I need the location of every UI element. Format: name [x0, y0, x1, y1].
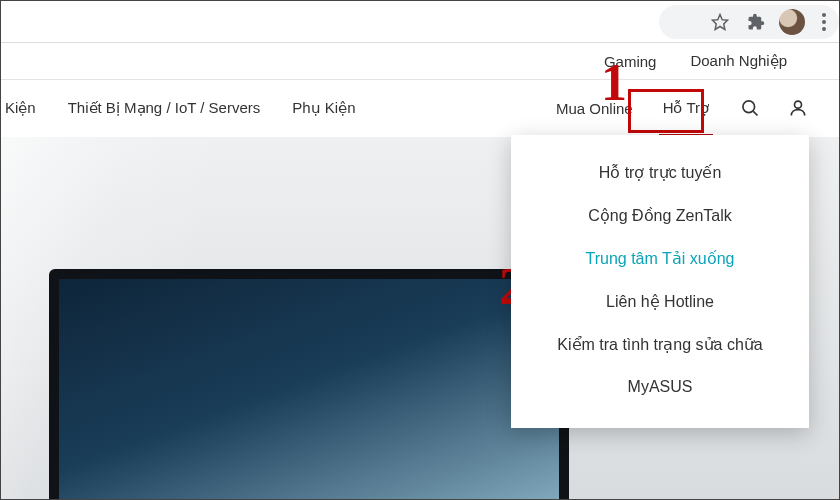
browser-menu-icon[interactable] — [815, 9, 833, 35]
dropdown-item-myasus[interactable]: MyASUS — [511, 366, 809, 408]
topnav-business[interactable]: Doanh Nghiệp — [690, 52, 787, 70]
support-dropdown: Hỗ trợ trực tuyến Cộng Đồng ZenTalk Trun… — [511, 135, 809, 428]
svg-point-1 — [743, 101, 755, 113]
svg-marker-0 — [713, 14, 728, 29]
search-icon[interactable] — [739, 97, 761, 119]
star-icon[interactable] — [707, 9, 733, 35]
site-topnav: Gaming Doanh Nghiệp — [1, 43, 839, 79]
mainnav-left: Kiện Thiết Bị Mạng / IoT / Servers Phụ K… — [1, 99, 356, 117]
profile-avatar[interactable] — [779, 9, 805, 35]
dropdown-item-download-center[interactable]: Trung tâm Tải xuống — [511, 237, 809, 280]
account-icon[interactable] — [787, 97, 809, 119]
extensions-icon[interactable] — [743, 9, 769, 35]
nav-item-networking[interactable]: Thiết Bị Mạng / IoT / Servers — [68, 99, 261, 117]
svg-line-2 — [753, 111, 757, 115]
hero-monitor-graphic — [49, 269, 569, 499]
viewport: Gaming Doanh Nghiệp Kiện Thiết Bị Mạng /… — [0, 0, 840, 500]
dropdown-item-hotline[interactable]: Liên hệ Hotline — [511, 280, 809, 323]
nav-item-support-wrap: Hỗ Trợ — [659, 93, 713, 123]
browser-toolbar — [1, 1, 839, 43]
dropdown-item-repair-status[interactable]: Kiểm tra tình trạng sửa chữa — [511, 323, 809, 366]
topnav-gaming[interactable]: Gaming — [604, 53, 657, 70]
dropdown-item-online-support[interactable]: Hỗ trợ trực tuyến — [511, 151, 809, 194]
nav-item-kien[interactable]: Kiện — [5, 99, 36, 117]
site-mainnav: Kiện Thiết Bị Mạng / IoT / Servers Phụ K… — [1, 80, 839, 136]
nav-item-accessories[interactable]: Phụ Kiện — [292, 99, 355, 117]
mainnav-right: Mua Online Hỗ Trợ — [556, 93, 839, 123]
nav-item-buy-online[interactable]: Mua Online — [556, 100, 633, 117]
svg-point-3 — [795, 101, 802, 108]
nav-item-support[interactable]: Hỗ Trợ — [663, 99, 709, 117]
dropdown-item-zentalk[interactable]: Cộng Đồng ZenTalk — [511, 194, 809, 237]
